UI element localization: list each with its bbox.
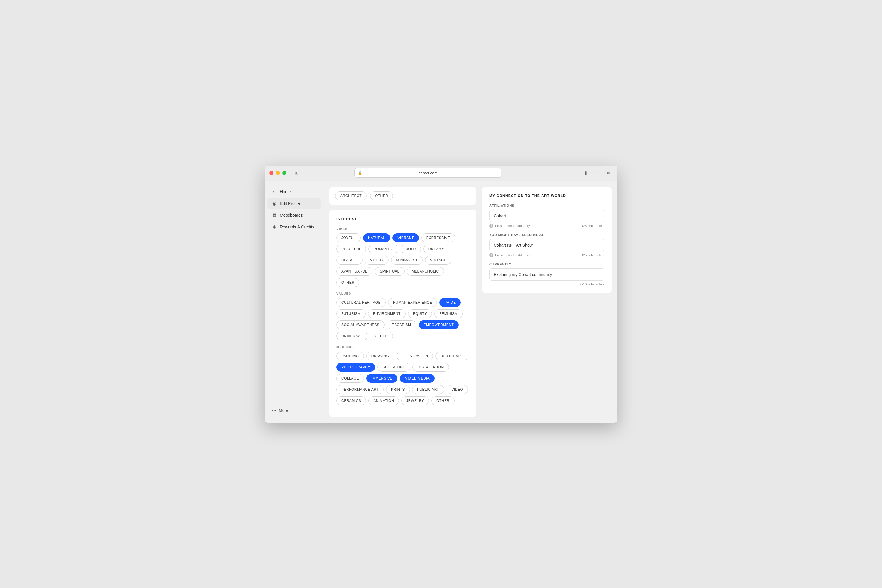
tag-vibe-4[interactable]: PEACEFUL [336, 244, 366, 254]
tag-value-9[interactable]: EMPOWERMENT [418, 321, 459, 329]
tag-value-6[interactable]: FEMINISM [434, 309, 463, 318]
tag-vibe-1[interactable]: NATURAL [363, 233, 390, 242]
tag-medium-14[interactable]: CERAMICS [336, 396, 366, 405]
address-bar[interactable]: 🔒 cohart.com ··· [354, 168, 501, 178]
browser-window: ⊞ ‹ 🔒 cohart.com ··· ⬆ + ⧉ ⌂ Home ◉ Ed [265, 165, 617, 423]
tag-medium-8[interactable]: IMMERSIVE [366, 374, 398, 383]
tag-vibe-7[interactable]: DREAMY [423, 244, 449, 254]
sidebar-item-rewards[interactable]: ◈ Rewards & Credits [267, 221, 321, 232]
seen-at-label: YOU MIGHT HAVE SEEN ME AT [489, 233, 604, 237]
tag-value-4[interactable]: ENVIRONMENT [368, 309, 406, 318]
tag-vibe-2[interactable]: VIBRANT [393, 233, 418, 242]
tag-value-7[interactable]: SOCIAL AWARENESS [336, 321, 384, 329]
tag-value-11[interactable]: OTHER [370, 332, 393, 340]
tag-medium-0[interactable]: PAINTING [336, 352, 364, 360]
tag-vibe-14[interactable]: MELANCHOLIC [407, 267, 444, 276]
minimize-button[interactable] [276, 171, 280, 175]
gift-icon: ◈ [272, 224, 277, 230]
tag-other-top[interactable]: OTHER [370, 191, 393, 200]
tag-value-1[interactable]: HUMAN EXPERIENCE [388, 298, 437, 307]
tag-vibe-5[interactable]: ROMANTIC [368, 244, 398, 254]
sidebar-item-edit-profile[interactable]: ◉ Edit Profile [267, 198, 321, 209]
top-tags-card: ARCHITECT OTHER [329, 187, 476, 205]
seen-at-info-icon: i [489, 253, 494, 257]
windows-button[interactable]: ⧉ [604, 170, 613, 176]
sidebar-label-moodboards: Moodboards [280, 213, 303, 218]
tag-vibe-11[interactable]: VINTAGE [425, 256, 451, 265]
sidebar-toggle-button[interactable]: ⊞ [292, 170, 301, 176]
tag-value-2[interactable]: PRIDE [439, 298, 461, 307]
right-panel: MY CONNECTION TO THE ART WORLD AFFILIATI… [482, 187, 612, 417]
lock-icon: 🔒 [358, 171, 362, 175]
url-text: cohart.com [364, 171, 492, 175]
grid-icon: ▦ [272, 213, 277, 218]
tag-medium-3[interactable]: DIGITAL ART [435, 352, 468, 360]
tag-vibe-12[interactable]: AVANT GARDE [336, 267, 372, 276]
app-layout: ⌂ Home ◉ Edit Profile ▦ Moodboards ◈ Rew… [265, 181, 617, 423]
values-tags-row: CULTURAL HERITAGEHUMAN EXPERIENCEPRIDEFU… [336, 298, 469, 340]
title-bar-right: ⬆ + ⧉ [582, 170, 613, 176]
tag-value-8[interactable]: ESCAPISM [387, 321, 416, 329]
window-controls: ⊞ ‹ [292, 170, 312, 176]
tag-medium-5[interactable]: SCULPTURE [378, 363, 410, 372]
tag-medium-2[interactable]: ILLUSTRATION [397, 352, 434, 360]
tag-value-3[interactable]: FUTURISM [336, 309, 366, 318]
share-button[interactable]: ⬆ [582, 170, 590, 176]
tag-vibe-0[interactable]: JOYFUL [336, 233, 361, 242]
maximize-button[interactable] [282, 171, 286, 175]
affiliations-input[interactable] [489, 210, 604, 222]
tag-architect[interactable]: ARCHITECT [335, 191, 367, 200]
tag-medium-12[interactable]: PUBLIC ART [412, 385, 444, 394]
sidebar-more-button[interactable]: ⋯ More [267, 404, 321, 417]
main-content: ARCHITECT OTHER INTEREST VIBES JOYFULNAT… [323, 181, 617, 423]
tag-vibe-9[interactable]: MOODY [365, 256, 389, 265]
sidebar: ⌂ Home ◉ Edit Profile ▦ Moodboards ◈ Rew… [265, 181, 323, 423]
back-button[interactable]: ‹ [303, 170, 312, 176]
tag-medium-7[interactable]: COLLAGE [336, 374, 364, 383]
currently-label: CURRENTLY [489, 262, 604, 266]
affiliations-info-icon: i [489, 224, 494, 228]
seen-at-input[interactable] [489, 239, 604, 251]
close-button[interactable] [269, 171, 273, 175]
interest-card: INTEREST VIBES JOYFULNATURALVIBRANTEXPRE… [329, 210, 476, 417]
tag-medium-11[interactable]: PRINTS [386, 385, 410, 394]
sidebar-item-moodboards[interactable]: ▦ Moodboards [267, 210, 321, 221]
currently-input[interactable] [489, 268, 604, 281]
tag-value-5[interactable]: EQUITY [408, 309, 432, 318]
new-tab-button[interactable]: + [593, 170, 602, 176]
sidebar-item-home[interactable]: ⌂ Home [267, 186, 321, 197]
vibes-section: VIBES JOYFULNATURALVIBRANTEXPRESSIVEPEAC… [336, 227, 469, 287]
currently-char-count: 0/100 characters [580, 282, 604, 286]
tag-medium-15[interactable]: ANIMATION [368, 396, 399, 405]
tag-medium-1[interactable]: DRAWING [366, 352, 394, 360]
affiliations-hint-text: Press Enter to add entry [495, 224, 530, 228]
dots-menu-icon: ··· [494, 171, 498, 175]
tag-medium-6[interactable]: INSTALLATION [412, 363, 448, 372]
seen-at-hint-text: Press Enter to add entry [495, 254, 530, 257]
tag-vibe-10[interactable]: MINIMALIST [391, 256, 423, 265]
mediums-label: MEDIUMS [336, 345, 469, 349]
interest-title: INTEREST [336, 217, 469, 221]
tag-medium-4[interactable]: PHOTOGRAPHY [336, 363, 375, 372]
tag-medium-16[interactable]: JEWELRY [401, 396, 429, 405]
tag-vibe-6[interactable]: BOLD [401, 244, 421, 254]
art-world-title: MY CONNECTION TO THE ART WORLD [489, 194, 604, 198]
vibes-tags-row: JOYFULNATURALVIBRANTEXPRESSIVEPEACEFULRO… [336, 233, 469, 287]
tag-medium-10[interactable]: PERFORMANCE ART [336, 385, 384, 394]
vibes-label: VIBES [336, 227, 469, 231]
values-label: VALUES [336, 292, 469, 295]
tag-value-10[interactable]: UNIVERSAL [336, 332, 368, 340]
tag-vibe-8[interactable]: CLASSIC [336, 256, 363, 265]
tag-vibe-15[interactable]: OTHER [336, 278, 359, 287]
title-bar: ⊞ ‹ 🔒 cohart.com ··· ⬆ + ⧉ [265, 165, 617, 181]
seen-at-char-count: 0/50 characters [582, 254, 604, 257]
left-panel: ARCHITECT OTHER INTEREST VIBES JOYFULNAT… [329, 187, 476, 417]
tag-vibe-3[interactable]: EXPRESSIVE [421, 233, 455, 242]
tag-medium-9[interactable]: MIXED MEDIA [400, 374, 435, 383]
tag-medium-17[interactable]: OTHER [431, 396, 454, 405]
tag-value-0[interactable]: CULTURAL HERITAGE [336, 298, 386, 307]
tag-vibe-13[interactable]: SPIRITUAL [375, 267, 404, 276]
currently-hint: 0/100 characters [489, 282, 604, 286]
tag-medium-13[interactable]: VIDEO [447, 385, 468, 394]
traffic-lights [269, 171, 286, 175]
